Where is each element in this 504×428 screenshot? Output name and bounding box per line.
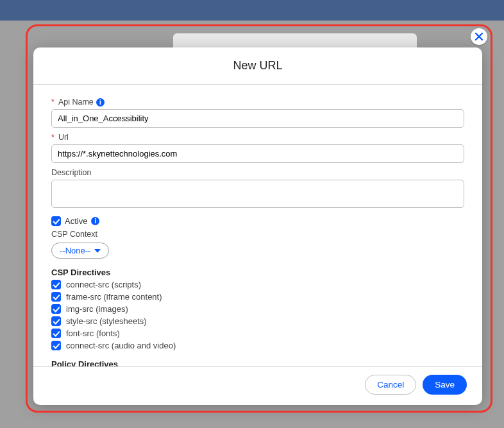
csp-directive-item[interactable]: frame-src (iframe content) — [51, 292, 464, 302]
close-icon — [474, 31, 484, 42]
save-button[interactable]: Save — [423, 375, 467, 395]
csp-directive-item[interactable]: connect-src (scripts) — [51, 280, 464, 289]
csp-directives-heading: CSP Directives — [51, 268, 464, 277]
url-label-text: Url — [58, 133, 69, 142]
url-input[interactable] — [51, 144, 464, 163]
background-header-bar — [0, 0, 504, 21]
new-url-modal: New URL * Api Name i * Url Description — [33, 47, 482, 405]
csp-directive-item[interactable]: img-src (images) — [51, 304, 464, 314]
required-asterisk: * — [51, 98, 55, 107]
active-label: Active — [65, 216, 87, 226]
api-name-label: * Api Name i — [51, 98, 464, 107]
csp-context-selected: --None-- — [60, 246, 90, 255]
csp-directive-label: connect-src (scripts) — [66, 280, 141, 289]
csp-directive-checkbox[interactable] — [51, 316, 61, 326]
modal-title: New URL — [33, 47, 482, 84]
modal-form: * Api Name i * Url Description Active i — [33, 85, 482, 366]
csp-directive-label: frame-src (iframe content) — [66, 292, 162, 302]
csp-directive-checkbox[interactable] — [51, 329, 61, 338]
policy-directives-heading: Policy Directives — [51, 359, 464, 366]
close-modal-button[interactable] — [471, 28, 487, 45]
csp-directive-item[interactable]: style-src (stylesheets) — [51, 316, 464, 326]
description-label-text: Description — [51, 168, 92, 177]
csp-directives-list: connect-src (scripts) frame-src (iframe … — [51, 280, 464, 350]
csp-directive-label: connect-src (audio and video) — [66, 341, 176, 350]
csp-context-select[interactable]: --None-- — [51, 243, 109, 259]
api-name-input[interactable] — [51, 109, 464, 128]
api-name-label-text: Api Name — [58, 98, 94, 107]
chevron-down-icon — [94, 249, 101, 253]
csp-context-label: CSP Context — [51, 230, 464, 239]
active-row: Active i — [51, 216, 464, 226]
csp-directive-checkbox[interactable] — [51, 341, 61, 350]
csp-directive-item[interactable]: font-src (fonts) — [51, 329, 464, 338]
csp-directive-checkbox[interactable] — [51, 304, 61, 314]
cancel-button[interactable]: Cancel — [365, 375, 416, 395]
csp-directive-item[interactable]: connect-src (audio and video) — [51, 341, 464, 350]
csp-directive-label: img-src (images) — [66, 304, 128, 314]
csp-directive-checkbox[interactable] — [51, 280, 61, 289]
description-input[interactable] — [51, 180, 464, 208]
csp-directive-checkbox[interactable] — [51, 292, 61, 302]
csp-directive-label: style-src (stylesheets) — [66, 316, 147, 326]
modal-footer: Cancel Save — [33, 366, 482, 405]
description-label: Description — [51, 168, 464, 177]
info-icon[interactable]: i — [96, 98, 105, 107]
csp-directive-label: font-src (fonts) — [66, 329, 120, 338]
info-icon[interactable]: i — [91, 217, 99, 225]
url-label: * Url — [51, 133, 464, 142]
active-checkbox[interactable] — [51, 216, 61, 226]
required-asterisk: * — [51, 133, 55, 142]
